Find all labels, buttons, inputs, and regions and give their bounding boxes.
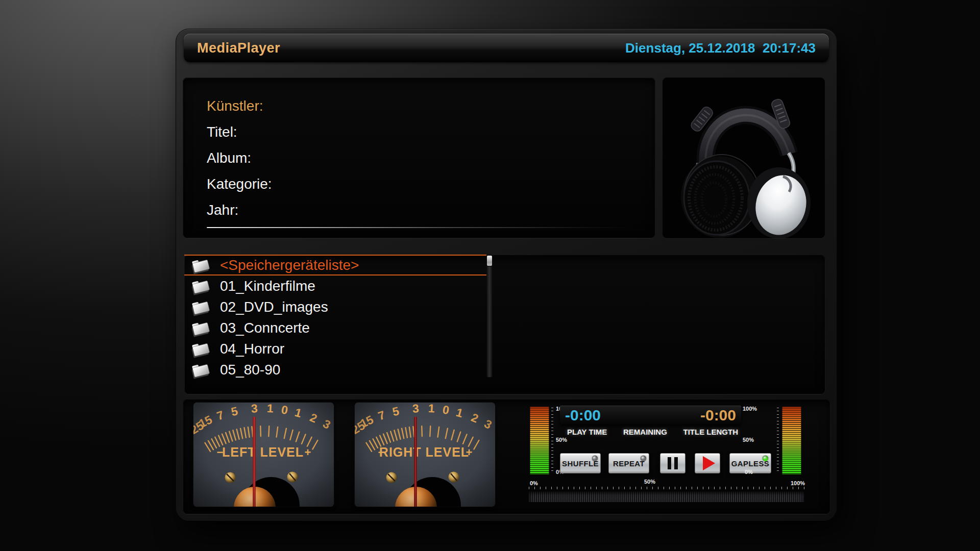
position-0-label: 0% [530, 480, 538, 486]
left-vu-meter: 25 15 7 5 3 1 0 1 2 3 − LEFT LEVEL + [193, 403, 334, 507]
right-level-bar [782, 407, 801, 474]
desktop: { "titlebar": { "app_title": "MediaPlaye… [0, 0, 980, 551]
titlebar: MediaPlayer Dienstag, 25.12.2018 20:17:4… [184, 34, 829, 62]
play-time-value: -0:00 [565, 407, 601, 424]
folder-icon [189, 318, 212, 337]
artwork-panel [663, 78, 825, 238]
bottom-board: 25 15 7 5 3 1 0 1 2 3 − LEFT LEVEL + [183, 399, 830, 514]
caption-play-time: PLAY TIME [567, 428, 607, 436]
file-label: 04_Horror [220, 341, 284, 357]
list-item[interactable]: 05_80-90 [184, 359, 486, 380]
right-level-50: 50% [743, 437, 754, 443]
repeat-led [641, 456, 646, 461]
position-50-label: 50% [644, 479, 655, 485]
repeat-button-label: REPEAT [613, 459, 645, 468]
track-info-label: Jahr: [207, 197, 272, 223]
right-level-0: 0% [745, 469, 753, 475]
transport-button-row: SHUFFLE REPEAT GAPLESS [560, 453, 771, 473]
file-label: 03_Conncerte [220, 320, 310, 336]
folder-icon [189, 297, 212, 316]
track-info-fields: Künstler:Titel:Album:Kategorie:Jahr: [207, 93, 272, 223]
file-browser-panel: <Speichergeräteliste> 01_Kinderfilme 02_… [184, 255, 825, 394]
play-icon [703, 456, 715, 470]
list-scrollbar-thumb[interactable] [487, 256, 492, 266]
mediaplayer-window: MediaPlayer Dienstag, 25.12.2018 20:17:4… [176, 29, 837, 521]
app-title: MediaPlayer [197, 40, 280, 56]
track-info-label: Titel: [207, 119, 272, 145]
list-item[interactable]: 01_Kinderfilme [184, 276, 486, 296]
pause-button[interactable] [660, 453, 685, 473]
position-100-label: 100% [791, 480, 805, 486]
folder-icon [189, 360, 212, 379]
track-info-label: Album: [207, 145, 272, 171]
gapless-led [763, 456, 768, 461]
caption-title-length: TITLE LENGTH [683, 428, 738, 436]
play-button[interactable] [695, 453, 720, 473]
info-separator-line [207, 227, 632, 228]
right-vu-meter-face: 25 15 7 5 3 1 0 1 2 3 − RIGHT LEVEL + [355, 403, 495, 507]
folder-icon [189, 339, 212, 358]
list-item[interactable]: 03_Conncerte [184, 317, 486, 338]
file-label: 01_Kinderfilme [220, 278, 315, 294]
position-ruler [529, 487, 804, 489]
right-level-100: 100% [743, 406, 757, 412]
right-level-ruler [777, 408, 779, 474]
file-label: 05_80-90 [220, 362, 280, 378]
track-info-label: Künstler: [207, 93, 272, 119]
right-vu-meter: 25 15 7 5 3 1 0 1 2 3 − RIGHT LEVEL + [355, 403, 495, 507]
headphones-image [663, 78, 825, 238]
clock-datetime: Dienstag, 25.12.2018 20:17:43 [625, 40, 816, 56]
file-label: <Speichergeräteliste> [220, 257, 359, 273]
list-item[interactable]: 04_Horror [184, 338, 486, 359]
folder-icon [189, 277, 212, 295]
repeat-button[interactable]: REPEAT [608, 453, 649, 473]
file-label: 02_DVD_images [220, 299, 328, 315]
list-scrollbar[interactable] [486, 255, 493, 378]
transport-controls: 100% 50% 0% -0:00 -0:00 PLAY TIME REMAIN… [526, 406, 822, 508]
file-list: <Speichergeräteliste> 01_Kinderfilme 02_… [184, 255, 486, 380]
left-level-bar [530, 407, 549, 474]
caption-remaining: REMAINING [623, 428, 667, 436]
shuffle-button[interactable]: SHUFFLE [560, 453, 601, 473]
left-level-ruler [551, 408, 553, 474]
list-item[interactable]: <Speichergeräteliste> [184, 255, 486, 276]
pause-icon [668, 457, 678, 469]
track-info-panel: Künstler:Titel:Album:Kategorie:Jahr: [183, 78, 655, 238]
time-display: -0:00 -0:00 [560, 406, 741, 424]
title-length-value: -0:00 [700, 407, 736, 424]
position-slider[interactable] [529, 491, 804, 502]
shuffle-led [592, 456, 598, 461]
folder-icon [189, 256, 212, 274]
display-captions: PLAY TIME REMAINING TITLE LENGTH [560, 428, 741, 436]
list-item[interactable]: 02_DVD_images [184, 296, 486, 317]
left-vu-meter-face: 25 15 7 5 3 1 0 1 2 3 − LEFT LEVEL + [193, 403, 334, 507]
track-info-label: Kategorie: [207, 171, 272, 197]
left-level-50: 50% [556, 437, 567, 443]
